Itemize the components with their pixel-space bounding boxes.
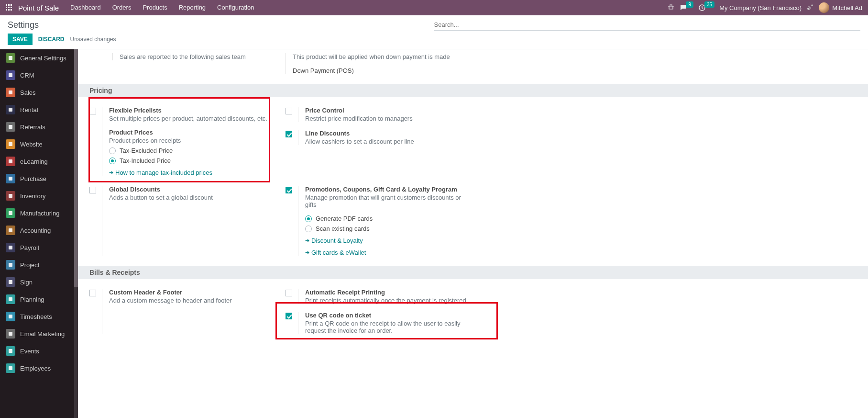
svg-rect-6 [6, 9, 7, 11]
menu-reporting[interactable]: Reporting [173, 0, 211, 15]
svg-rect-26 [9, 332, 12, 336]
flexible-pricelists-title: Flexible Pricelists [109, 107, 270, 114]
svg-rect-7 [8, 9, 10, 11]
sidebar-item-label: Employees [20, 365, 51, 372]
arrow-icon: ➔ [305, 249, 309, 256]
generate-pdf-label: Generate PDF cards [316, 215, 373, 222]
svg-rect-22 [9, 263, 12, 267]
auto-receipt-title: Automatic Receipt Printing [305, 289, 466, 296]
svg-rect-4 [8, 7, 10, 8]
scan-cards-label: Scan existing cards [316, 225, 370, 232]
menu-products[interactable]: Products [137, 0, 173, 15]
sidebar-item-label: CRM [20, 72, 34, 79]
promotions-checkbox[interactable] [286, 187, 292, 193]
tax-included-radio[interactable] [109, 158, 116, 164]
price-control-title: Price Control [305, 107, 466, 114]
sidebar-item-label: Rental [20, 106, 38, 113]
avatar [819, 2, 829, 13]
svg-rect-14 [9, 125, 12, 129]
sidebar-item-email-marketing[interactable]: Email Marketing [0, 325, 74, 342]
sidebar-item-label: Purchase [20, 175, 46, 182]
sidebar-item-label: Website [20, 141, 43, 148]
sidebar-item-purchase[interactable]: Purchase [0, 170, 74, 187]
sidebar-item-rental[interactable]: Rental [0, 101, 74, 118]
discount-loyalty-link[interactable]: ➔ Discount & Loyalty [305, 237, 466, 244]
svg-rect-10 [9, 56, 12, 60]
svg-rect-2 [11, 4, 12, 6]
arrow-icon: ➔ [109, 169, 113, 176]
shortcut-icon[interactable] [667, 3, 675, 12]
module-icon [6, 208, 15, 218]
down-payment-note: This product will be applied when down p… [293, 53, 462, 60]
svg-rect-27 [9, 349, 12, 353]
sidebar-item-sign[interactable]: Sign [0, 273, 74, 291]
sidebar-item-payroll[interactable]: Payroll [0, 239, 74, 256]
user-menu[interactable]: Mitchell Ad [819, 2, 862, 13]
flexible-pricelists-checkbox[interactable] [89, 108, 96, 114]
svg-rect-23 [9, 280, 12, 284]
sidebar-item-sales[interactable]: Sales [0, 84, 74, 101]
tax-included-label: Tax-Included Price [120, 157, 171, 164]
module-icon [6, 346, 15, 356]
sidebar-item-manufacturing[interactable]: Manufacturing [0, 204, 74, 222]
sidebar-scrollbar[interactable] [74, 49, 78, 418]
module-icon [6, 88, 15, 97]
chat-badge: 9 [686, 1, 693, 8]
activity-icon[interactable]: 35 [698, 4, 714, 11]
debug-icon[interactable] [806, 3, 814, 12]
sidebar-item-planning[interactable]: Planning [0, 291, 74, 308]
global-discounts-checkbox[interactable] [89, 187, 96, 193]
sidebar-item-general-settings[interactable]: General Settings [0, 49, 74, 67]
sidebar-item-project[interactable]: Project [0, 256, 74, 273]
sidebar-item-elearning[interactable]: eLearning [0, 153, 74, 170]
svg-rect-1 [8, 4, 10, 6]
messaging-icon[interactable]: 9 [680, 4, 693, 11]
tax-excluded-radio[interactable] [109, 147, 116, 154]
promotions-title: Promotions, Coupons, Gift Card & Loyalty… [305, 186, 466, 193]
app-brand[interactable]: Point of Sale [16, 4, 65, 12]
sidebar-item-crm[interactable]: CRM [0, 67, 74, 84]
sidebar-item-label: Project [20, 261, 39, 269]
section-bills-receipts: Bills & Receipts [78, 266, 868, 279]
price-control-checkbox[interactable] [286, 108, 292, 114]
scan-cards-radio[interactable] [305, 226, 312, 232]
menu-dashboard[interactable]: Dashboard [65, 0, 107, 15]
module-icon [6, 277, 15, 287]
sidebar-item-accounting[interactable]: Accounting [0, 222, 74, 239]
tax-included-help-link[interactable]: ➔ How to manage tax-included prices [109, 169, 270, 176]
sidebar-item-employees[interactable]: Employees [0, 360, 74, 377]
promotions-desc: Manage promotion that will grant custome… [305, 194, 466, 208]
module-icon [6, 53, 15, 63]
sales-team-note: Sales are reported to the following sale… [120, 53, 266, 60]
custom-header-footer-checkbox[interactable] [89, 290, 96, 296]
sidebar-item-timesheets[interactable]: Timesheets [0, 308, 74, 325]
qr-code-checkbox[interactable] [286, 313, 292, 319]
save-button[interactable]: SAVE [8, 34, 33, 45]
line-discounts-desc: Allow cashiers to set a discount per lin… [305, 138, 466, 145]
menu-orders[interactable]: Orders [107, 0, 137, 15]
apps-icon[interactable] [4, 2, 16, 13]
sidebar-item-inventory[interactable]: Inventory [0, 187, 74, 204]
svg-rect-24 [9, 297, 12, 301]
sidebar-item-referrals[interactable]: Referrals [0, 118, 74, 136]
product-prices-title: Product Prices [109, 129, 270, 136]
sidebar-item-label: eLearning [20, 158, 48, 165]
module-icon [6, 157, 15, 166]
line-discounts-checkbox[interactable] [286, 131, 292, 137]
company-switcher[interactable]: My Company (San Francisco) [719, 4, 802, 11]
svg-rect-0 [6, 4, 7, 6]
menu-configuration[interactable]: Configuration [211, 0, 260, 15]
search-input[interactable] [434, 19, 861, 31]
sidebar-item-label: Planning [20, 296, 44, 303]
svg-rect-21 [9, 246, 12, 249]
custom-header-footer-title: Custom Header & Footer [109, 289, 270, 296]
sidebar-item-label: Timesheets [20, 313, 52, 320]
svg-rect-16 [9, 159, 12, 163]
gift-ewallet-link[interactable]: ➔ Gift cards & eWallet [305, 249, 466, 256]
sidebar-item-events[interactable]: Events [0, 342, 74, 360]
auto-receipt-checkbox[interactable] [286, 290, 292, 296]
module-icon [6, 294, 15, 304]
sidebar-item-website[interactable]: Website [0, 136, 74, 153]
generate-pdf-radio[interactable] [305, 215, 312, 222]
discard-button[interactable]: DISCARD [38, 36, 65, 43]
